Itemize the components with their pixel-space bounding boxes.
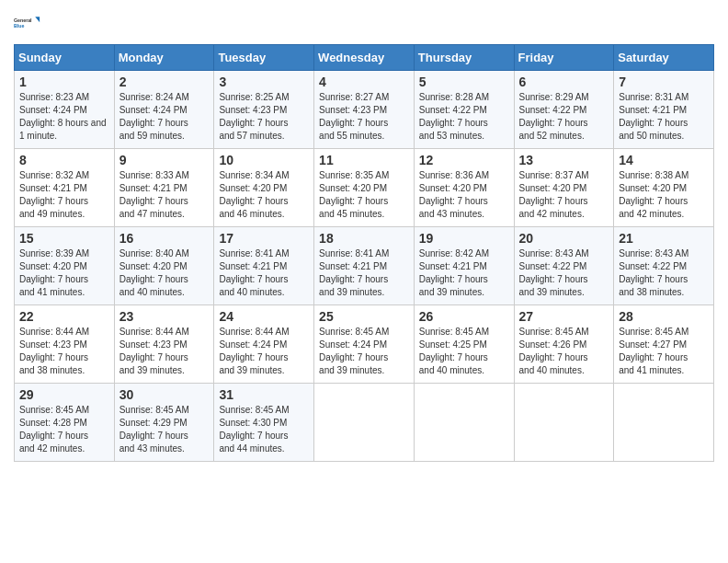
calendar-cell: 30Sunrise: 8:45 AMSunset: 4:29 PMDayligh… (114, 384, 214, 462)
day-number: 15 (19, 231, 109, 246)
day-info: Sunrise: 8:39 AMSunset: 4:20 PMDaylight:… (19, 247, 109, 299)
day-info: Sunrise: 8:32 AMSunset: 4:21 PMDaylight:… (19, 169, 109, 221)
calendar-cell: 27Sunrise: 8:45 AMSunset: 4:26 PMDayligh… (514, 305, 614, 384)
day-info: Sunrise: 8:43 AMSunset: 4:22 PMDaylight:… (619, 247, 709, 299)
calendar-cell: 26Sunrise: 8:45 AMSunset: 4:25 PMDayligh… (414, 305, 514, 384)
day-info: Sunrise: 8:40 AMSunset: 4:20 PMDaylight:… (119, 247, 210, 299)
calendar-cell: 14Sunrise: 8:38 AMSunset: 4:20 PMDayligh… (614, 149, 714, 227)
day-info: Sunrise: 8:44 AMSunset: 4:23 PMDaylight:… (19, 326, 109, 377)
calendar-cell: 17Sunrise: 8:41 AMSunset: 4:21 PMDayligh… (214, 227, 314, 305)
day-info: Sunrise: 8:44 AMSunset: 4:23 PMDaylight:… (119, 326, 210, 377)
day-number: 14 (619, 153, 709, 167)
day-number: 18 (319, 231, 409, 246)
day-number: 30 (119, 387, 210, 402)
day-number: 13 (519, 153, 609, 167)
calendar-cell: 3Sunrise: 8:25 AMSunset: 4:23 PMDaylight… (214, 71, 314, 149)
weekday-header-monday: Monday (114, 45, 214, 71)
day-info: Sunrise: 8:23 AMSunset: 4:24 PMDaylight:… (19, 91, 109, 143)
calendar-cell: 1Sunrise: 8:23 AMSunset: 4:24 PMDaylight… (15, 71, 115, 149)
weekday-header-friday: Friday (514, 45, 614, 71)
day-number: 21 (619, 231, 709, 246)
day-number: 4 (319, 75, 409, 89)
calendar-cell: 9Sunrise: 8:33 AMSunset: 4:21 PMDaylight… (114, 149, 214, 227)
day-info: Sunrise: 8:42 AMSunset: 4:21 PMDaylight:… (419, 247, 509, 299)
week-row-3: 15Sunrise: 8:39 AMSunset: 4:20 PMDayligh… (15, 227, 714, 305)
day-number: 25 (319, 309, 409, 324)
weekday-header-sunday: Sunday (15, 45, 115, 71)
weekday-header-thursday: Thursday (414, 45, 514, 71)
day-number: 23 (119, 309, 210, 324)
day-info: Sunrise: 8:35 AMSunset: 4:20 PMDaylight:… (319, 169, 409, 221)
day-number: 24 (219, 309, 309, 324)
day-number: 20 (519, 231, 609, 246)
day-number: 5 (419, 75, 509, 89)
day-info: Sunrise: 8:33 AMSunset: 4:21 PMDaylight:… (119, 169, 210, 221)
calendar-cell: 20Sunrise: 8:43 AMSunset: 4:22 PMDayligh… (514, 227, 614, 305)
page-header: General Blue (14, 9, 714, 37)
logo-icon: General Blue (14, 9, 41, 37)
day-info: Sunrise: 8:38 AMSunset: 4:20 PMDaylight:… (619, 169, 709, 221)
day-number: 1 (19, 75, 109, 89)
day-info: Sunrise: 8:36 AMSunset: 4:20 PMDaylight:… (419, 169, 509, 221)
day-info: Sunrise: 8:41 AMSunset: 4:21 PMDaylight:… (319, 247, 409, 299)
day-number: 31 (219, 387, 309, 402)
week-row-5: 29Sunrise: 8:45 AMSunset: 4:28 PMDayligh… (15, 384, 714, 462)
calendar-cell: 21Sunrise: 8:43 AMSunset: 4:22 PMDayligh… (614, 227, 714, 305)
day-info: Sunrise: 8:45 AMSunset: 4:25 PMDaylight:… (419, 326, 509, 377)
calendar-cell: 12Sunrise: 8:36 AMSunset: 4:20 PMDayligh… (414, 149, 514, 227)
calendar-cell: 19Sunrise: 8:42 AMSunset: 4:21 PMDayligh… (414, 227, 514, 305)
day-number: 8 (19, 153, 109, 167)
day-info: Sunrise: 8:44 AMSunset: 4:24 PMDaylight:… (219, 326, 309, 377)
day-number: 27 (519, 309, 609, 324)
logo: General Blue (14, 9, 41, 37)
day-number: 12 (419, 153, 509, 167)
day-info: Sunrise: 8:45 AMSunset: 4:26 PMDaylight:… (519, 326, 609, 377)
day-info: Sunrise: 8:27 AMSunset: 4:23 PMDaylight:… (319, 91, 409, 143)
weekday-header-wednesday: Wednesday (314, 45, 415, 71)
week-row-1: 1Sunrise: 8:23 AMSunset: 4:24 PMDaylight… (15, 71, 714, 149)
calendar-cell: 15Sunrise: 8:39 AMSunset: 4:20 PMDayligh… (15, 227, 115, 305)
calendar-table: SundayMondayTuesdayWednesdayThursdayFrid… (14, 44, 714, 462)
day-info: Sunrise: 8:24 AMSunset: 4:24 PMDaylight:… (119, 91, 210, 143)
calendar-cell (614, 384, 714, 462)
day-info: Sunrise: 8:41 AMSunset: 4:21 PMDaylight:… (219, 247, 309, 299)
week-row-4: 22Sunrise: 8:44 AMSunset: 4:23 PMDayligh… (15, 305, 714, 384)
calendar-cell: 22Sunrise: 8:44 AMSunset: 4:23 PMDayligh… (15, 305, 115, 384)
weekday-header-tuesday: Tuesday (214, 45, 314, 71)
svg-marker-2 (35, 17, 40, 22)
day-info: Sunrise: 8:43 AMSunset: 4:22 PMDaylight:… (519, 247, 609, 299)
day-info: Sunrise: 8:45 AMSunset: 4:27 PMDaylight:… (619, 326, 709, 377)
day-number: 3 (219, 75, 309, 89)
day-number: 7 (619, 75, 709, 89)
calendar-cell: 25Sunrise: 8:45 AMSunset: 4:24 PMDayligh… (314, 305, 415, 384)
calendar-cell: 29Sunrise: 8:45 AMSunset: 4:28 PMDayligh… (15, 384, 115, 462)
day-number: 17 (219, 231, 309, 246)
calendar-cell: 2Sunrise: 8:24 AMSunset: 4:24 PMDaylight… (114, 71, 214, 149)
day-number: 11 (319, 153, 409, 167)
day-info: Sunrise: 8:29 AMSunset: 4:22 PMDaylight:… (519, 91, 609, 143)
svg-text:Blue: Blue (14, 23, 24, 29)
calendar-cell (314, 384, 415, 462)
calendar-cell: 23Sunrise: 8:44 AMSunset: 4:23 PMDayligh… (114, 305, 214, 384)
calendar-cell: 7Sunrise: 8:31 AMSunset: 4:21 PMDaylight… (614, 71, 714, 149)
day-info: Sunrise: 8:45 AMSunset: 4:28 PMDaylight:… (19, 404, 109, 455)
week-row-2: 8Sunrise: 8:32 AMSunset: 4:21 PMDaylight… (15, 149, 714, 227)
day-number: 6 (519, 75, 609, 89)
calendar-cell: 13Sunrise: 8:37 AMSunset: 4:20 PMDayligh… (514, 149, 614, 227)
day-info: Sunrise: 8:37 AMSunset: 4:20 PMDaylight:… (519, 169, 609, 221)
day-number: 16 (119, 231, 210, 246)
calendar-cell: 6Sunrise: 8:29 AMSunset: 4:22 PMDaylight… (514, 71, 614, 149)
calendar-cell: 28Sunrise: 8:45 AMSunset: 4:27 PMDayligh… (614, 305, 714, 384)
calendar-cell: 16Sunrise: 8:40 AMSunset: 4:20 PMDayligh… (114, 227, 214, 305)
day-info: Sunrise: 8:45 AMSunset: 4:24 PMDaylight:… (319, 326, 409, 377)
weekday-header-saturday: Saturday (614, 45, 714, 71)
day-number: 26 (419, 309, 509, 324)
calendar-cell: 31Sunrise: 8:45 AMSunset: 4:30 PMDayligh… (214, 384, 314, 462)
day-info: Sunrise: 8:28 AMSunset: 4:22 PMDaylight:… (419, 91, 509, 143)
day-number: 2 (119, 75, 210, 89)
day-info: Sunrise: 8:45 AMSunset: 4:30 PMDaylight:… (219, 404, 309, 455)
calendar-cell: 4Sunrise: 8:27 AMSunset: 4:23 PMDaylight… (314, 71, 415, 149)
calendar-cell: 11Sunrise: 8:35 AMSunset: 4:20 PMDayligh… (314, 149, 415, 227)
svg-text:General: General (14, 17, 32, 23)
day-number: 9 (119, 153, 210, 167)
